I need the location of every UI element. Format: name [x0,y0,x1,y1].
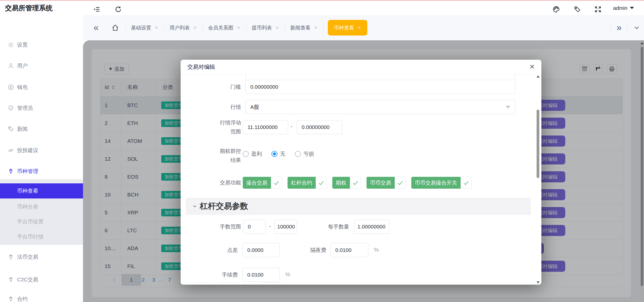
sidebar-item-label: 法币交易 [17,250,38,263]
check-icon [461,177,472,189]
sidebar-item-c2c-trade[interactable]: C2C交易 [0,273,83,286]
user-menu[interactable]: admin [613,0,634,15]
radio-loss[interactable]: 亏损 [295,150,314,157]
top-accent-line [0,0,644,1]
sidebar-item-contracts[interactable]: 合约 [0,292,83,302]
tab-close-icon[interactable]: ✕ [275,25,279,30]
user-icon [8,62,14,69]
sidebar: 设置 用户 $ 钱包 管理员 新闻 投拆建议 币种管理 币种查看 币种分类 [0,15,83,302]
float-range-to-input[interactable]: 0.00000000 [297,120,342,134]
tag-icon[interactable] [574,6,581,13]
percent-unit: % [374,247,379,253]
tab-label: 用户列表 [170,24,190,31]
overnight-fee-input[interactable]: 0.0100 [331,243,368,257]
modal-title: 交易对编辑 [187,60,215,74]
section-chevron-icon [192,204,197,209]
toggle-options[interactable]: 期权 [332,177,361,189]
infinity-icon [8,147,14,154]
sidebar-item-admins[interactable]: 管理员 [0,102,83,115]
sidebar-subitem-coin-category[interactable]: 币种分类 [0,201,83,212]
app-title: 交易所管理系统 [5,0,53,15]
check-icon [316,177,327,189]
tab-member-graph[interactable]: 会员关系图 ✕ [203,15,246,40]
per-lot-input[interactable]: 1.00000000 [354,220,389,234]
menu-collapse-icon[interactable] [93,6,100,13]
tab-divider [611,23,611,32]
modal-scrollbar[interactable] [536,75,540,284]
range-dash: - [291,123,292,130]
option-control-radios: 盈利 无 亏损 [243,150,314,157]
per-lot-label: 每手数量 [306,222,349,231]
spread-input[interactable]: 0.0000 [243,243,280,257]
toggle-spot-trade[interactable]: 币币交易 [367,177,406,189]
radio-icon [271,151,277,157]
tab-close-icon[interactable]: ✕ [237,25,240,30]
tabs-scroll-left-icon[interactable]: « [94,15,99,40]
tab-divider [323,23,323,32]
caret-down-icon [630,7,634,9]
gem-icon [8,168,14,175]
tab-close-icon[interactable]: ✕ [314,25,317,30]
tab-close-icon[interactable]: ✕ [357,25,361,30]
tab-coin-view-active[interactable]: 币种查看 ✕ [328,20,367,36]
radio-profit[interactable]: 盈利 [243,150,262,157]
tab-user-list[interactable]: 用户列表 ✕ [164,15,202,40]
sidebar-item-label: 钱包 [17,81,28,94]
toggle-spot-matching-switch[interactable]: 币币交易撮合开关 [411,177,472,189]
modal-body: 门槛 0.00000000 行情 A股 行情浮动范围 11.11000000 -… [181,74,541,285]
tab-label: 会员关系图 [208,24,233,31]
tab-label: 提币列表 [252,24,272,31]
tab-bar: « 基础设置 ✕ 用户列表 ✕ 会员关系图 ✕ 提币列表 ✕ [83,15,644,40]
float-range-from-input[interactable]: 11.11000000 [243,120,288,134]
sidebar-item-coin-management[interactable]: 币种管理 [0,165,83,178]
percent-unit: % [285,271,290,278]
toggle-leverage-contract[interactable]: 杠杆合约 [288,177,327,189]
sidebar-subitem-platform-coin-market[interactable]: 平台币行情 [0,231,83,242]
fee-label: 手续费 [213,270,238,279]
radio-icon [243,151,249,157]
user-name: admin [613,5,627,11]
tab-close-icon[interactable]: ✕ [193,25,197,30]
refresh-icon[interactable] [114,6,122,13]
close-icon[interactable]: ✕ [529,60,535,74]
tabs-right-controls: » [611,15,640,40]
leverage-section-header[interactable]: 杠杆交易参数 [186,198,531,215]
sidebar-item-label: 合约 [17,292,28,302]
sidebar-item-news[interactable]: 新闻 [0,122,83,136]
lot-range-to-input[interactable]: 100000 [274,220,297,234]
scroll-up-icon[interactable] [537,75,540,78]
tab-basic-settings[interactable]: 基础设置 ✕ [126,15,164,40]
sidebar-item-label: 管理员 [17,102,33,115]
float-range-label: 行情浮动范围 [216,118,241,136]
sidebar-item-users[interactable]: 用户 [0,59,83,72]
lot-range-from-input[interactable]: 0 [243,220,266,234]
toggle-matching-trade[interactable]: 撮合交易 [243,177,282,189]
sidebar-item-settings[interactable]: 设置 [0,38,83,51]
sidebar-subitem-coin-view[interactable]: 币种查看 [0,183,83,198]
fullscreen-icon[interactable] [594,6,602,13]
scrollbar-thumb[interactable] [537,110,539,178]
tab-news-view[interactable]: 新闻查看 ✕ [285,15,323,40]
tabs-scroll-right-icon[interactable]: » [617,15,622,40]
sidebar-item-label: 投拆建议 [17,144,38,157]
home-icon[interactable] [111,24,119,32]
sidebar-item-label: 设置 [17,38,28,51]
scroll-down-icon[interactable] [537,281,540,284]
tab-close-icon[interactable]: ✕ [155,25,158,30]
chevron-down-icon[interactable] [633,24,640,31]
market-select[interactable]: A股 [246,100,515,114]
clipped-field [261,282,280,285]
tab-withdraw-list[interactable]: 提币列表 ✕ [246,15,285,40]
sidebar-item-fiat-trade[interactable]: 法币交易 [0,250,83,263]
theme-palette-icon[interactable] [552,6,560,13]
fee-input[interactable]: 0.0100 [243,268,280,282]
tag-icon [8,126,14,132]
radio-none-selected[interactable]: 无 [271,150,285,157]
check-icon [395,177,406,189]
sidebar-item-wallet[interactable]: $ 钱包 [0,81,83,94]
tab-label: 新闻查看 [290,24,310,31]
sidebar-subitem-platform-coin-settings[interactable]: 平台币设置 [0,216,83,227]
option-control-label: 期权群控结果 [216,147,241,165]
threshold-input[interactable]: 0.00000000 [246,80,515,94]
sidebar-item-suggestions[interactable]: 投拆建议 [0,144,83,157]
